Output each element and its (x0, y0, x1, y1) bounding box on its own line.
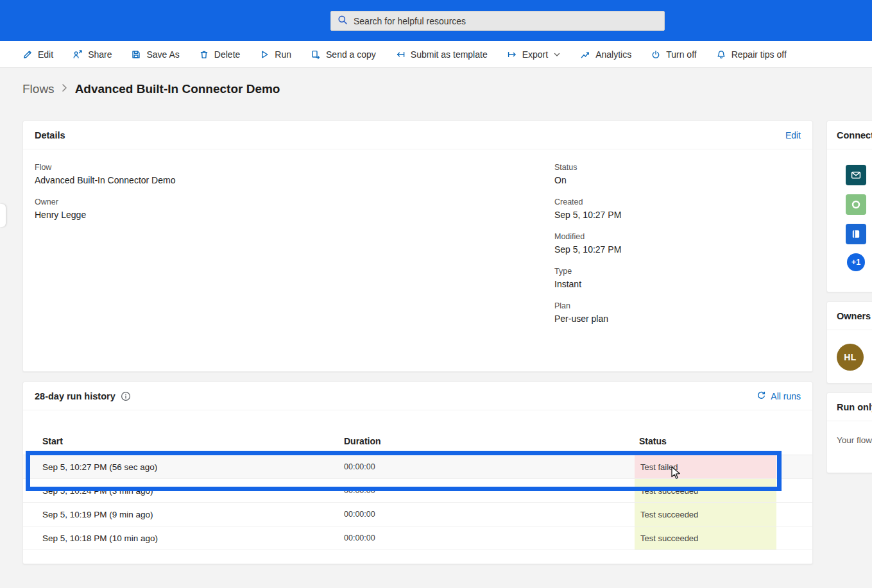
details-card-title: Details (35, 130, 65, 140)
status-label: Status (554, 163, 621, 172)
run-status-succeeded: Test succeeded (635, 503, 776, 526)
play-icon (259, 49, 269, 60)
type-field: Type Instant (554, 267, 621, 289)
connections-card: Connections +1 (826, 121, 872, 292)
column-header-duration: Duration (344, 436, 381, 446)
connection-notebook-icon[interactable] (846, 224, 866, 244)
type-value: Instant (554, 279, 621, 289)
run-start: Sep 5, 10:19 PM (9 min ago) (42, 510, 153, 519)
run-start: Sep 5, 10:24 PM (3 min ago) (42, 486, 153, 496)
owner-label: Owner (35, 197, 801, 206)
submit-as-template-label: Submit as template (411, 49, 488, 60)
all-runs-label: All runs (771, 391, 801, 401)
pencil-icon (22, 49, 33, 60)
bell-icon (716, 49, 726, 60)
edit-button[interactable]: Edit (22, 49, 53, 60)
copy-icon (311, 49, 321, 60)
page-title: Advanced Built-In Connector Demo (75, 82, 280, 96)
export-button[interactable]: Export (507, 49, 561, 60)
run-status-succeeded: Test succeeded (635, 526, 776, 550)
run-table-header: Start Duration Status (23, 410, 812, 455)
run-label: Run (275, 49, 291, 60)
delete-button[interactable]: Delete (199, 49, 240, 60)
flow-label: Flow (35, 163, 801, 172)
run-duration: 00:00:00 (344, 510, 375, 519)
details-left-column: Flow Advanced Built-In Connector Demo Ow… (35, 163, 801, 220)
details-right-column: Status On Created Sep 5, 10:27 PM Modifi… (554, 163, 621, 336)
column-header-start: Start (42, 436, 63, 446)
share-button[interactable]: Share (73, 49, 112, 60)
created-value: Sep 5, 10:27 PM (554, 210, 621, 220)
chevron-right-icon (62, 83, 68, 95)
refresh-icon (757, 391, 766, 402)
info-icon[interactable] (121, 391, 131, 401)
flow-field: Flow Advanced Built-In Connector Demo (35, 163, 801, 185)
breadcrumb: Flows Advanced Built-In Connector Demo (22, 82, 280, 96)
run-only-users-card: Run only users Your flow (826, 392, 872, 473)
modified-value: Sep 5, 10:27 PM (554, 244, 621, 255)
owner-avatar: HL (837, 344, 864, 371)
details-card: Details Edit Flow Advanced Built-In Conn… (22, 121, 813, 372)
run-start: Sep 5, 10:18 PM (10 min ago) (42, 533, 158, 543)
owner-value: Henry Legge (35, 210, 801, 220)
run-duration: 00:00:00 (344, 486, 375, 495)
run-duration: 00:00:00 (344, 462, 375, 471)
plan-field: Plan Per-user plan (554, 301, 621, 324)
type-label: Type (554, 267, 621, 276)
edit-label: Edit (38, 49, 53, 60)
left-panel-handle[interactable] (0, 204, 6, 227)
run-history-title: 28-day run history (35, 391, 115, 401)
share-icon (73, 49, 83, 60)
run-only-users-body: Your flow (827, 421, 872, 445)
plan-label: Plan (554, 301, 621, 310)
breadcrumb-flows-link[interactable]: Flows (22, 82, 55, 96)
global-search-box[interactable] (330, 11, 665, 31)
run-row-3[interactable]: Sep 5, 10:19 PM (9 min ago) 00:00:00 Tes… (23, 503, 812, 526)
connections-more-badge[interactable]: +1 (847, 253, 865, 271)
chevron-down-icon (553, 51, 561, 58)
save-icon (131, 49, 141, 60)
status-value: On (554, 175, 621, 185)
plan-value: Per-user plan (554, 314, 621, 324)
created-field: Created Sep 5, 10:27 PM (554, 197, 621, 220)
owners-card: Owners HL (826, 301, 872, 383)
send-a-copy-button[interactable]: Send a copy (311, 49, 376, 60)
run-status-failed: Test failed (635, 455, 776, 478)
details-edit-link[interactable]: Edit (785, 130, 801, 140)
repair-tips-button[interactable]: Repair tips off (716, 49, 787, 60)
search-input[interactable] (354, 16, 658, 26)
submit-as-template-button[interactable]: Submit as template (395, 49, 488, 60)
turn-off-label: Turn off (666, 49, 696, 60)
power-icon (651, 49, 661, 60)
trash-icon (199, 49, 209, 60)
search-icon (338, 15, 348, 28)
delete-label: Delete (214, 49, 240, 60)
repair-tips-label: Repair tips off (731, 49, 787, 60)
run-only-users-title: Run only users (827, 393, 872, 421)
connections-title: Connections (827, 121, 872, 149)
chart-icon (580, 49, 590, 60)
run-row-2[interactable]: Sep 5, 10:24 PM (3 min ago) 00:00:00 Tes… (23, 479, 812, 503)
run-duration: 00:00:00 (344, 533, 375, 542)
analytics-label: Analytics (595, 49, 631, 60)
run-start: Sep 5, 10:27 PM (56 sec ago) (42, 462, 157, 472)
turn-off-button[interactable]: Turn off (651, 49, 696, 60)
export-label: Export (522, 49, 548, 60)
modified-label: Modified (554, 232, 621, 241)
connection-approvals-icon[interactable] (846, 194, 866, 215)
run-row-4[interactable]: Sep 5, 10:18 PM (10 min ago) 00:00:00 Te… (23, 526, 812, 550)
connection-mail-icon[interactable] (846, 165, 866, 185)
save-as-label: Save As (146, 49, 179, 60)
export-icon (507, 49, 517, 60)
run-row-1[interactable]: Sep 5, 10:27 PM (56 sec ago) 00:00:00 Te… (23, 455, 812, 479)
modified-field: Modified Sep 5, 10:27 PM (554, 232, 621, 255)
analytics-button[interactable]: Analytics (580, 49, 631, 60)
all-runs-link[interactable]: All runs (757, 391, 801, 402)
run-status-succeeded: Test succeeded (635, 479, 776, 502)
save-as-button[interactable]: Save As (131, 49, 179, 60)
run-button[interactable]: Run (259, 49, 291, 60)
created-label: Created (554, 197, 621, 206)
flow-value: Advanced Built-In Connector Demo (35, 175, 801, 185)
column-header-status: Status (639, 436, 667, 446)
status-field: Status On (554, 163, 621, 185)
